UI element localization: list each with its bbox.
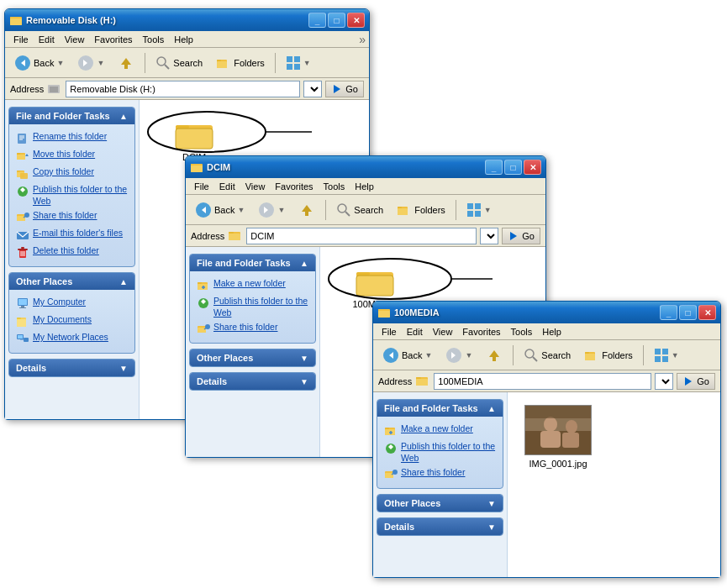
address-label-1: Address bbox=[10, 84, 44, 94]
go-button-3[interactable]: Go bbox=[677, 373, 715, 390]
task-newdir-2[interactable]: Make a new folder bbox=[193, 276, 312, 294]
menu-file-3[interactable]: File bbox=[377, 326, 402, 338]
svg-marker-85 bbox=[510, 232, 517, 240]
folder-drive-icon bbox=[9, 13, 23, 27]
minimize-button-3[interactable]: _ bbox=[660, 305, 677, 320]
menu-edit-3[interactable]: Edit bbox=[402, 326, 428, 338]
task-share-1[interactable]: Share this folder bbox=[13, 208, 131, 226]
up-button-3[interactable] bbox=[480, 344, 508, 367]
menu-view-1[interactable]: View bbox=[60, 34, 90, 45]
folders-button-2[interactable]: Folders bbox=[391, 199, 451, 221]
menu-favorites-2[interactable]: Favorites bbox=[270, 181, 318, 192]
menu-view-2[interactable]: View bbox=[240, 181, 271, 192]
search-button-2[interactable]: Search bbox=[330, 199, 389, 221]
task-rename-1[interactable]: Rename this folder bbox=[13, 129, 131, 147]
address-dropdown-1[interactable] bbox=[303, 81, 322, 97]
menu-file-1[interactable]: File bbox=[8, 34, 34, 45]
menu-tools-2[interactable]: Tools bbox=[319, 181, 350, 192]
close-button-1[interactable]: ✕ bbox=[347, 13, 365, 28]
details-header-3[interactable]: Details ▼ bbox=[377, 518, 503, 535]
menu-favorites-1[interactable]: Favorites bbox=[89, 34, 137, 45]
menu-help-3[interactable]: Help bbox=[537, 326, 566, 338]
go-button-1[interactable]: Go bbox=[325, 81, 364, 97]
details-header-1[interactable]: Details ▼ bbox=[9, 360, 134, 376]
svg-rect-13 bbox=[217, 60, 221, 61]
image-item[interactable]: IMG_0001.jpg bbox=[524, 405, 592, 469]
menu-tools-1[interactable]: Tools bbox=[138, 34, 170, 45]
views-button-2[interactable]: ▼ bbox=[461, 199, 498, 221]
task-share-2[interactable]: Share this folder bbox=[193, 320, 312, 338]
views-button-3[interactable]: ▼ bbox=[648, 344, 685, 366]
tasks-header-1[interactable]: File and Folder Tasks ▲ bbox=[9, 108, 134, 124]
forward-button-3[interactable]: ▼ bbox=[440, 344, 478, 367]
task-share-3[interactable]: Share this folder bbox=[381, 465, 499, 483]
address-input-2[interactable]: DCIM bbox=[246, 228, 477, 244]
forward-button-1[interactable]: ▼ bbox=[71, 51, 110, 75]
address-dropdown-2[interactable] bbox=[480, 228, 498, 244]
tasks-header-2[interactable]: File and Folder Tasks ▲ bbox=[190, 255, 315, 271]
task-publish-3[interactable]: Publish this folder to the Web bbox=[381, 439, 499, 465]
forward-button-2[interactable]: ▼ bbox=[252, 198, 291, 222]
task-publish-1[interactable]: Publish this folder to the Web bbox=[13, 182, 131, 208]
search-button-3[interactable]: Search bbox=[518, 344, 577, 366]
maximize-button-3[interactable]: □ bbox=[679, 305, 697, 320]
task-mydocs-1[interactable]: My Documents bbox=[13, 312, 131, 330]
folders-button-3[interactable]: Folders bbox=[578, 344, 639, 366]
other-header-3[interactable]: Other Places ▼ bbox=[377, 495, 503, 512]
svg-rect-124 bbox=[416, 377, 421, 379]
tasks-header-3[interactable]: File and Folder Tasks ▲ bbox=[377, 400, 503, 417]
views-button-1[interactable]: ▼ bbox=[280, 52, 317, 74]
forward-icon-2 bbox=[258, 202, 275, 218]
close-button-3[interactable]: ✕ bbox=[698, 305, 716, 320]
menu-help-1[interactable]: Help bbox=[169, 34, 198, 45]
maximize-button-1[interactable]: □ bbox=[328, 13, 345, 28]
task-move-1[interactable]: Move this folder bbox=[13, 147, 131, 165]
toolbar-3: Back ▼ ▼ Search bbox=[373, 340, 720, 370]
minimize-button-1[interactable]: _ bbox=[308, 13, 326, 28]
address-input-3[interactable]: 100MEDIA bbox=[434, 373, 651, 390]
menu-tools-3[interactable]: Tools bbox=[506, 326, 538, 338]
go-button-2[interactable]: Go bbox=[502, 228, 540, 244]
back-button-2[interactable]: Back ▼ bbox=[189, 198, 250, 222]
up-button-2[interactable] bbox=[292, 198, 321, 222]
maximize-button-2[interactable]: □ bbox=[504, 160, 522, 175]
task-copy-1[interactable]: Copy this folder bbox=[13, 165, 131, 182]
svg-rect-48 bbox=[18, 299, 27, 305]
task-mycomputer-1[interactable]: My Computer bbox=[13, 295, 131, 312]
menu-favorites-3[interactable]: Favorites bbox=[457, 326, 505, 338]
separator-3 bbox=[325, 200, 326, 220]
menu-help-2[interactable]: Help bbox=[350, 181, 379, 192]
task-network-1[interactable]: My Network Places bbox=[13, 330, 131, 348]
folders-icon-3 bbox=[584, 348, 599, 363]
address-input-1[interactable]: Removable Disk (H:) bbox=[66, 81, 300, 97]
close-button-2[interactable]: ✕ bbox=[524, 160, 541, 175]
folders-button-1[interactable]: Folders bbox=[210, 52, 271, 74]
menu-edit-1[interactable]: Edit bbox=[34, 34, 60, 45]
menu-bar-1: File Edit View Favorites Tools Help » bbox=[5, 31, 369, 48]
search-button-1[interactable]: Search bbox=[150, 52, 208, 74]
go-arrow-icon-1 bbox=[331, 83, 343, 95]
address-dropdown-3[interactable] bbox=[655, 373, 673, 390]
up-button-1[interactable] bbox=[112, 51, 140, 75]
svg-rect-76 bbox=[398, 208, 408, 215]
tasks-chevron-1: ▲ bbox=[119, 112, 128, 121]
other-header-1[interactable]: Other Places ▲ bbox=[9, 273, 134, 290]
back-button-1[interactable]: Back ▼ bbox=[8, 51, 70, 75]
other-header-2[interactable]: Other Places ▼ bbox=[190, 349, 315, 366]
svg-rect-121 bbox=[662, 356, 668, 362]
menu-view-3[interactable]: View bbox=[428, 326, 458, 338]
task-delete-1[interactable]: Delete this folder bbox=[13, 244, 131, 261]
network-icon-1 bbox=[16, 333, 29, 346]
window-100media[interactable]: 100MEDIA _ □ ✕ File Edit View Favorites … bbox=[372, 301, 721, 578]
task-newdir-3[interactable]: Make a new folder bbox=[381, 422, 499, 439]
details-1: Details ▼ bbox=[8, 359, 135, 377]
menu-edit-2[interactable]: Edit bbox=[214, 181, 240, 192]
task-publish-2[interactable]: Publish this folder to the Web bbox=[193, 294, 312, 320]
address-folder-icon-2 bbox=[228, 230, 243, 242]
svg-point-142 bbox=[566, 420, 577, 433]
details-header-2[interactable]: Details ▼ bbox=[190, 373, 315, 390]
minimize-button-2[interactable]: _ bbox=[485, 160, 503, 175]
menu-file-2[interactable]: File bbox=[189, 181, 214, 192]
task-email-1[interactable]: E-mail this folder's files bbox=[13, 226, 131, 244]
back-button-3[interactable]: Back ▼ bbox=[377, 344, 438, 367]
